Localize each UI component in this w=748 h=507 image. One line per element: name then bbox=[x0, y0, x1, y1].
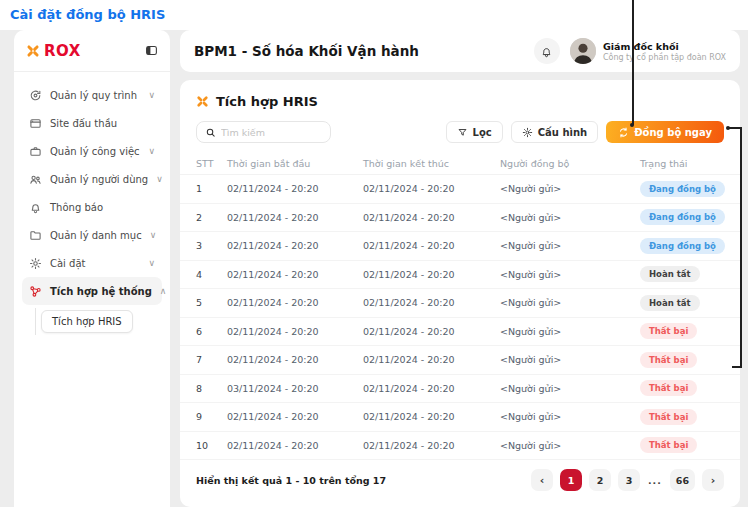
config-button[interactable]: Cấu hình bbox=[511, 121, 598, 143]
sidebar-item-label: Quản lý người dùng bbox=[50, 174, 148, 185]
row-start-time: 02/11/2024 - 20:20 bbox=[227, 354, 363, 365]
table-row[interactable]: 4 02/11/2024 - 20:20 02/11/2024 - 20:20 … bbox=[180, 261, 740, 290]
row-sync-user: <Người gửi> bbox=[500, 411, 640, 422]
chevron-icon: ∨ bbox=[148, 90, 155, 100]
row-sync-user: <Người gửi> bbox=[500, 440, 640, 451]
table-row[interactable]: 7 02/11/2024 - 20:20 02/11/2024 - 20:20 … bbox=[180, 346, 740, 375]
table-row[interactable]: 1 02/11/2024 - 20:20 02/11/2024 - 20:20 … bbox=[180, 175, 740, 204]
search-input[interactable] bbox=[221, 127, 322, 138]
sidebar-menu: Quản lý quy trình ∨ Site đấu thầu Quản l… bbox=[14, 72, 170, 305]
page-title[interactable]: Cài đặt đồng bộ HRIS bbox=[10, 7, 165, 22]
col-header-stt: STT bbox=[196, 158, 227, 169]
sidebar-logo-row: ROX bbox=[14, 30, 170, 72]
folder-icon bbox=[29, 229, 42, 242]
status-badge: Hoàn tất bbox=[640, 295, 700, 311]
col-header-start: Thời gian bắt đầu bbox=[227, 158, 363, 169]
pagination-button[interactable]: 3 bbox=[618, 469, 640, 491]
sync-now-button-label: Đồng bộ ngay bbox=[634, 127, 712, 138]
process-icon bbox=[29, 89, 42, 102]
status-badge: Đang đồng bộ bbox=[640, 181, 725, 197]
pagination-button[interactable]: ... bbox=[647, 469, 663, 491]
row-start-time: 02/11/2024 - 20:20 bbox=[227, 240, 363, 251]
sidebar-item[interactable]: Quản lý người dùng ∨ bbox=[22, 165, 162, 193]
pagination-button[interactable]: 1 bbox=[560, 469, 582, 491]
row-start-time: 03/11/2024 - 20:20 bbox=[227, 383, 363, 394]
row-end-time: 02/11/2024 - 20:20 bbox=[363, 326, 500, 337]
sidebar-item-label: Thông báo bbox=[50, 202, 147, 213]
work-icon bbox=[29, 145, 42, 158]
status-badge: Thất bại bbox=[640, 323, 697, 339]
notification-bell-icon[interactable] bbox=[534, 38, 560, 64]
controls-row: Lọc Cấu hình Đồng bộ ngay bbox=[180, 109, 740, 153]
table-body: 1 02/11/2024 - 20:20 02/11/2024 - 20:20 … bbox=[180, 175, 740, 460]
row-end-time: 02/11/2024 - 20:20 bbox=[363, 240, 500, 251]
filter-button[interactable]: Lọc bbox=[446, 121, 503, 143]
pagination-button[interactable]: 2 bbox=[589, 469, 611, 491]
section-head: Tích hợp HRIS bbox=[180, 80, 740, 109]
row-sync-user: <Người gửi> bbox=[500, 383, 640, 394]
chevron-icon: ∨ bbox=[156, 174, 163, 184]
sidebar-collapse-icon[interactable] bbox=[145, 44, 158, 57]
sidebar-item[interactable]: Thông báo bbox=[22, 193, 162, 221]
integration-icon bbox=[29, 285, 42, 298]
sync-now-button[interactable]: Đồng bộ ngay bbox=[606, 121, 724, 143]
section-title: Tích hợp HRIS bbox=[216, 94, 318, 109]
sync-icon bbox=[618, 127, 629, 138]
table-row[interactable]: 8 03/11/2024 - 20:20 02/11/2024 - 20:20 … bbox=[180, 375, 740, 404]
row-end-time: 02/11/2024 - 20:20 bbox=[363, 411, 500, 422]
row-sync-user: <Người gửi> bbox=[500, 212, 640, 223]
pagination-button[interactable]: ‹ bbox=[531, 469, 553, 491]
row-end-time: 02/11/2024 - 20:20 bbox=[363, 212, 500, 223]
rox-logo-mark-icon bbox=[26, 44, 40, 58]
row-end-time: 02/11/2024 - 20:20 bbox=[363, 354, 500, 365]
user-name: Giám đốc khối bbox=[603, 41, 726, 52]
chevron-icon: ∨ bbox=[150, 230, 157, 240]
row-index: 4 bbox=[196, 269, 227, 280]
row-sync-user: <Người gửi> bbox=[500, 354, 640, 365]
row-index: 6 bbox=[196, 326, 227, 337]
table-row[interactable]: 9 02/11/2024 - 20:20 02/11/2024 - 20:20 … bbox=[180, 403, 740, 432]
user-menu[interactable]: Giám đốc khối Công ty cổ phần tập đoàn R… bbox=[570, 38, 726, 64]
sidebar-item[interactable]: Quản lý công việc ∨ bbox=[22, 137, 162, 165]
row-index: 8 bbox=[196, 383, 227, 394]
search-box bbox=[196, 121, 331, 143]
sidebar-item[interactable]: Quản lý danh mục ∨ bbox=[22, 221, 162, 249]
sidebar-item[interactable]: Site đấu thầu bbox=[22, 109, 162, 137]
sidebar-subitem-hris[interactable]: Tích hợp HRIS bbox=[41, 310, 133, 333]
row-sync-user: <Người gửi> bbox=[500, 240, 640, 251]
sidebar-item-label: Cài đặt bbox=[50, 258, 140, 269]
status-badge: Hoàn tất bbox=[640, 266, 700, 282]
status-badge: Đang đồng bộ bbox=[640, 209, 725, 225]
row-end-time: 02/11/2024 - 20:20 bbox=[363, 440, 500, 451]
row-index: 10 bbox=[196, 440, 227, 451]
table-row[interactable]: 3 02/11/2024 - 20:20 02/11/2024 - 20:20 … bbox=[180, 232, 740, 261]
table-row[interactable]: 10 02/11/2024 - 20:20 02/11/2024 - 20:20… bbox=[180, 432, 740, 461]
sidebar-item-label: Site đấu thầu bbox=[50, 118, 147, 129]
user-company: Công ty cổ phần tập đoàn ROX bbox=[603, 53, 726, 62]
sidebar-item[interactable]: Quản lý quy trình ∨ bbox=[22, 81, 162, 109]
row-end-time: 02/11/2024 - 20:20 bbox=[363, 183, 500, 194]
table-row[interactable]: 2 02/11/2024 - 20:20 02/11/2024 - 20:20 … bbox=[180, 204, 740, 233]
row-start-time: 02/11/2024 - 20:20 bbox=[227, 326, 363, 337]
table-row[interactable]: 6 02/11/2024 - 20:20 02/11/2024 - 20:20 … bbox=[180, 318, 740, 347]
sidebar-item-label: Quản lý công việc bbox=[50, 146, 140, 157]
status-badge: Đang đồng bộ bbox=[640, 238, 725, 254]
table-row[interactable]: 5 02/11/2024 - 20:20 02/11/2024 - 20:20 … bbox=[180, 289, 740, 318]
row-start-time: 02/11/2024 - 20:20 bbox=[227, 212, 363, 223]
filter-icon bbox=[457, 127, 468, 138]
app-header: BPM1 - Số hóa Khối Vận hành Giám đốc khố… bbox=[180, 30, 740, 72]
pagination-button[interactable]: › bbox=[702, 469, 724, 491]
sidebar-item[interactable]: Cài đặt ∨ bbox=[22, 249, 162, 277]
sidebar-item[interactable]: Tích hợp hệ thống ∧ bbox=[22, 277, 162, 305]
col-header-user: Người đồng bộ bbox=[500, 158, 640, 169]
pagination: ‹ 1 2 3 ... 66 › bbox=[531, 469, 724, 491]
results-summary: Hiển thị kết quả 1 - 10 trên tổng 17 bbox=[196, 475, 386, 486]
row-sync-user: <Người gửi> bbox=[500, 326, 640, 337]
pagination-button[interactable]: 66 bbox=[670, 469, 695, 491]
row-sync-user: <Người gửi> bbox=[500, 297, 640, 308]
status-badge: Thất bại bbox=[640, 437, 697, 453]
config-button-label: Cấu hình bbox=[538, 127, 587, 138]
status-badge: Thất bại bbox=[640, 409, 697, 425]
col-header-end: Thời gian kết thúc bbox=[363, 158, 500, 169]
sidebar-item-label: Quản lý quy trình bbox=[50, 90, 140, 101]
